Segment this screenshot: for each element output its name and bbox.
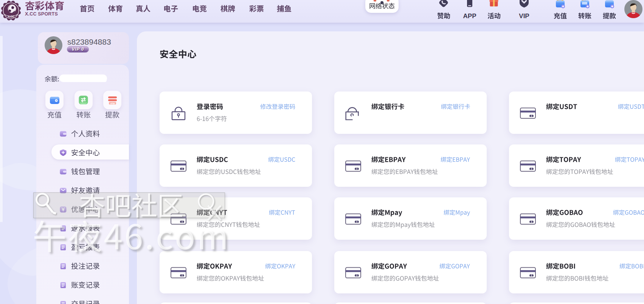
svg-text:ATM: ATM	[110, 102, 115, 105]
svg-text:X.CC: X.CC	[8, 15, 14, 18]
